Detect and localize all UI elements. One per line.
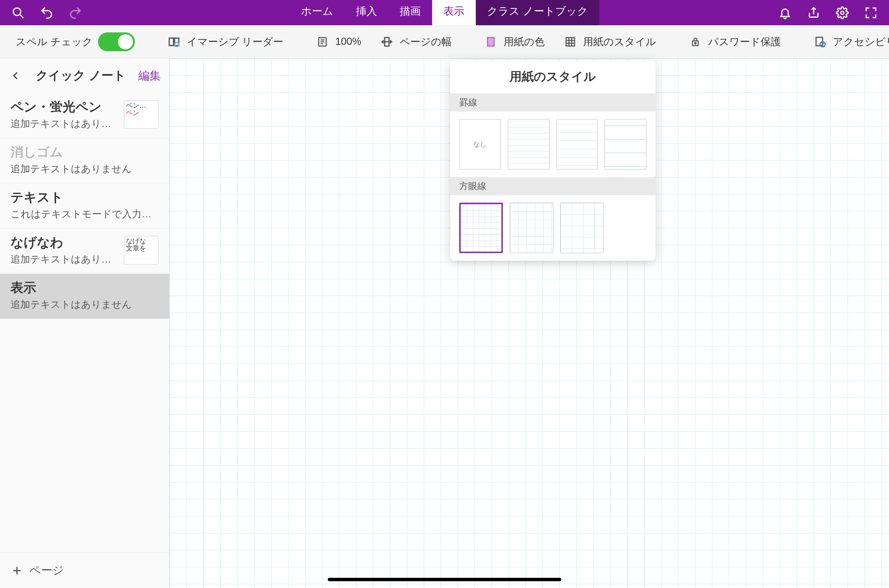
svg-point-0 <box>13 8 21 15</box>
page-item-subtitle: 追加テキストはありません <box>11 162 159 176</box>
titlebar: ホーム 挿入 描画 表示 クラス ノートブック <box>0 0 889 25</box>
fullscreen-icon[interactable] <box>863 5 878 20</box>
redo-icon[interactable] <box>68 5 83 20</box>
page-item[interactable]: テキスト これはテキストモードで入力し… <box>0 183 169 229</box>
paper-style-none[interactable]: なし <box>459 119 501 170</box>
paper-style-grid-large[interactable] <box>560 203 604 253</box>
page-item[interactable]: 消しゴム 追加テキストはありません <box>0 138 169 183</box>
password-label: パスワード保護 <box>708 35 781 49</box>
zoom-icon <box>315 34 330 49</box>
undo-icon[interactable] <box>39 5 54 20</box>
page-item-title: 表示 <box>11 279 159 296</box>
svg-point-17 <box>695 42 696 44</box>
page-item-subtitle: 追加テキストはありま… <box>11 117 119 130</box>
tab-draw[interactable]: 描画 <box>388 0 432 25</box>
page-item[interactable]: 表示 追加テキストはありません <box>0 274 169 319</box>
tab-class-notebook[interactable]: クラス ノートブック <box>476 0 599 25</box>
paper-style-lines-college[interactable] <box>556 119 598 170</box>
settings-icon[interactable] <box>835 5 850 20</box>
accessibility-check-button[interactable]: アクセシビリティ チェック <box>807 31 889 53</box>
add-page-button[interactable]: ページ <box>0 553 169 588</box>
paper-color-icon <box>483 34 498 49</box>
page-item-thumb: ペン… ペン <box>124 100 159 129</box>
paper-style-icon <box>563 34 578 49</box>
popover-section-grid: 方眼線 <box>450 177 655 195</box>
share-icon[interactable] <box>806 5 821 20</box>
page-item-title: テキスト <box>11 189 159 206</box>
immersive-reader-icon <box>166 34 182 49</box>
accessibility-icon <box>813 34 828 49</box>
back-chevron-icon[interactable] <box>8 68 23 83</box>
spellcheck-item[interactable]: スペル チェック <box>11 29 140 55</box>
main-area: クイック ノート 編集 ペン・蛍光ペン 追加テキストはありま… ペン… ペン 消… <box>0 58 889 588</box>
accessibility-label: アクセシビリティ チェック <box>833 35 889 49</box>
tab-home[interactable]: ホーム <box>290 0 345 25</box>
spellcheck-toggle[interactable] <box>98 32 135 51</box>
svg-rect-10 <box>487 37 494 46</box>
paper-style-grid-medium[interactable] <box>510 203 553 253</box>
sidebar-header: クイック ノート 編集 <box>0 58 169 93</box>
page-width-label: ページの幅 <box>400 35 452 49</box>
paper-style-grid-small[interactable] <box>459 203 503 253</box>
page-item-thumb: なげな 文章を <box>124 236 159 264</box>
home-indicator[interactable] <box>328 578 561 581</box>
spellcheck-label: スペル チェック <box>16 35 93 49</box>
page-list: ペン・蛍光ペン 追加テキストはありま… ペン… ペン 消しゴム 追加テキストはあ… <box>0 93 169 553</box>
tab-insert[interactable]: 挿入 <box>345 0 388 25</box>
svg-point-3 <box>841 11 844 14</box>
sidebar-edit-button[interactable]: 編集 <box>138 68 161 84</box>
page-item-title: 消しゴム <box>11 144 159 161</box>
popover-grid-row <box>450 195 655 261</box>
immersive-reader-label: イマーシブ リーダー <box>187 35 284 49</box>
zoom-button[interactable]: 100% <box>310 31 367 53</box>
search-icon[interactable] <box>11 5 26 20</box>
page-item-title: なげなわ <box>11 234 119 251</box>
sidebar: クイック ノート 編集 ペン・蛍光ペン 追加テキストはありま… ペン… ペン 消… <box>0 58 170 588</box>
page-width-icon <box>379 34 394 49</box>
page-item[interactable]: なげなわ 追加テキストはありま… なげな 文章を <box>0 229 169 274</box>
tab-view[interactable]: 表示 <box>432 0 476 25</box>
paper-style-lines-wide[interactable] <box>605 119 646 170</box>
ribbon-tabs: ホーム 挿入 描画 表示 クラス ノートブック <box>290 0 599 25</box>
popover-title: 用紙のスタイル <box>450 60 655 93</box>
sidebar-title: クイック ノート <box>31 67 131 84</box>
paper-style-lines-narrow[interactable] <box>508 119 550 170</box>
page-item-title: ペン・蛍光ペン <box>11 98 119 116</box>
popover-lines-row: なし <box>450 111 655 177</box>
password-icon <box>688 34 703 49</box>
paper-color-button[interactable]: 用紙の色 <box>478 31 550 53</box>
page-item-subtitle: これはテキストモードで入力し… <box>11 208 159 221</box>
notification-icon[interactable] <box>777 5 793 20</box>
svg-line-1 <box>20 14 23 18</box>
paper-style-button[interactable]: 用紙のスタイル <box>558 31 661 53</box>
zoom-label: 100% <box>335 36 361 47</box>
immersive-reader-button[interactable]: イマーシブ リーダー <box>161 31 289 53</box>
titlebar-left <box>0 5 93 20</box>
svg-rect-11 <box>566 37 575 46</box>
password-protect-button[interactable]: パスワード保護 <box>683 31 786 53</box>
page-item-subtitle: 追加テキストはありません <box>11 298 159 311</box>
paper-color-label: 用紙の色 <box>504 35 545 49</box>
page-item[interactable]: ペン・蛍光ペン 追加テキストはありま… ペン… ペン <box>0 93 169 138</box>
toolbar: スペル チェック イマーシブ リーダー 100% ページの幅 用紙の色 用紙のス… <box>0 25 889 58</box>
add-page-label: ページ <box>29 563 64 578</box>
page-width-button[interactable]: ページの幅 <box>374 31 457 53</box>
popover-section-lines: 罫線 <box>450 93 655 111</box>
titlebar-right <box>767 5 889 20</box>
paper-style-popover: 用紙のスタイル 罫線 なし 方眼線 <box>450 60 655 261</box>
paper-style-label: 用紙のスタイル <box>583 35 656 49</box>
page-item-subtitle: 追加テキストはありま… <box>11 253 119 266</box>
